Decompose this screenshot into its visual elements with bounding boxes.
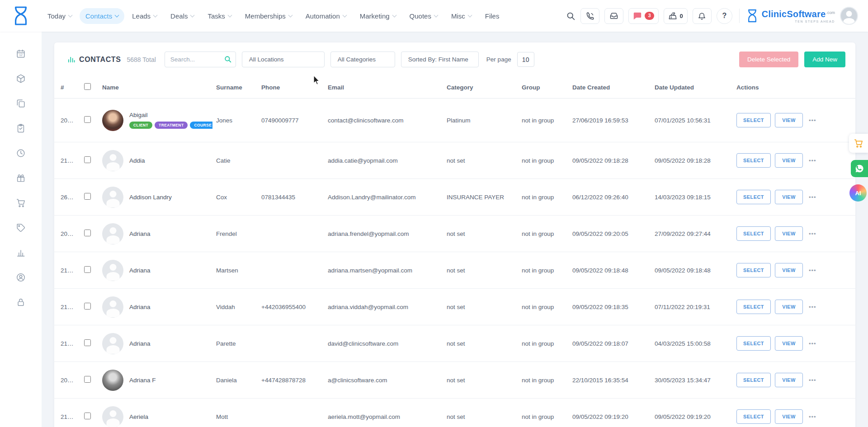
delete-selected-button[interactable]: Delete Selected: [739, 52, 798, 67]
phone-button[interactable]: [580, 8, 599, 24]
contacts-table: # Name Surname Phone Email Category Grou…: [54, 76, 855, 427]
row-checkbox[interactable]: [84, 116, 91, 123]
table-row: 20063 Adriana F Daniela +447428878728 a@…: [54, 362, 855, 399]
view-button[interactable]: VIEW: [775, 300, 803, 314]
lock-icon[interactable]: [16, 297, 26, 307]
contact-email: aeriela.mott@yopmail.com: [324, 399, 443, 427]
view-button[interactable]: VIEW: [775, 113, 803, 127]
row-checkbox[interactable]: [84, 376, 91, 383]
nav-item-misc[interactable]: Misc: [445, 8, 477, 24]
select-button[interactable]: SELECT: [736, 113, 771, 127]
view-button[interactable]: VIEW: [775, 226, 803, 241]
gift-icon[interactable]: [16, 173, 26, 183]
select-button[interactable]: SELECT: [736, 336, 771, 351]
row-checkbox[interactable]: [84, 156, 91, 163]
inbox-button[interactable]: [604, 8, 623, 24]
contact-phone: [258, 399, 324, 427]
nav-item-marketing[interactable]: Marketing: [354, 8, 402, 24]
copy-icon[interactable]: [16, 99, 26, 108]
contacts-title-icon: [68, 56, 75, 63]
row-checkbox[interactable]: [84, 266, 91, 273]
select-button[interactable]: SELECT: [736, 300, 771, 314]
row-more-button[interactable]: •••: [807, 115, 818, 126]
row-more-button[interactable]: •••: [807, 229, 818, 239]
nav-item-tasks[interactable]: Tasks: [202, 8, 237, 24]
select-all-checkbox[interactable]: [84, 83, 91, 90]
row-more-button[interactable]: •••: [807, 265, 818, 276]
contact-group: not in group: [518, 216, 569, 252]
nav-item-deals[interactable]: Deals: [165, 8, 200, 24]
nav-item-quotes[interactable]: Quotes: [404, 8, 443, 24]
nav-item-files[interactable]: Files: [479, 8, 505, 24]
reports-chart-icon[interactable]: [16, 248, 26, 258]
select-button[interactable]: SELECT: [736, 226, 771, 241]
select-button[interactable]: SELECT: [736, 190, 771, 204]
floating-ai-button[interactable]: AI: [849, 184, 867, 202]
add-new-button[interactable]: Add New: [804, 52, 845, 67]
row-more-button[interactable]: •••: [807, 192, 818, 202]
row-checkbox[interactable]: [84, 413, 91, 419]
support-person-icon[interactable]: [16, 272, 26, 282]
contact-surname: Frendel: [212, 216, 258, 252]
view-button[interactable]: VIEW: [775, 153, 803, 168]
contact-email: adriana.viddah@yopmail.com: [324, 289, 443, 325]
contact-actions-cell: SELECT VIEW •••: [733, 289, 855, 325]
row-checkbox[interactable]: [84, 339, 91, 346]
select-button[interactable]: SELECT: [736, 263, 771, 277]
till-button[interactable]: 0: [664, 8, 688, 24]
contact-group: not in group: [518, 399, 569, 427]
history-clock-icon[interactable]: [16, 148, 26, 158]
contact-checkbox-cell: [80, 399, 99, 427]
nav-item-memberships[interactable]: Memberships: [239, 8, 298, 24]
view-button[interactable]: VIEW: [775, 409, 803, 424]
contact-phone: [258, 216, 324, 252]
notifications-button[interactable]: [693, 8, 712, 24]
view-button[interactable]: VIEW: [775, 336, 803, 351]
row-more-button[interactable]: •••: [807, 412, 818, 422]
app-logo[interactable]: [0, 5, 42, 26]
select-button[interactable]: SELECT: [736, 409, 771, 424]
nav-item-contacts[interactable]: Contacts: [80, 8, 124, 24]
help-button[interactable]: ?: [717, 8, 732, 24]
floating-cart-button[interactable]: [849, 134, 868, 153]
row-checkbox[interactable]: [84, 303, 91, 310]
row-checkbox[interactable]: [84, 230, 91, 236]
search-icon[interactable]: [566, 11, 576, 21]
nav-item-label: Files: [485, 12, 500, 20]
nav-item-leads[interactable]: Leads: [126, 8, 163, 24]
floating-whatsapp-button[interactable]: [851, 160, 868, 177]
avatar: [102, 260, 123, 281]
clipboard-icon[interactable]: [16, 123, 26, 133]
view-button[interactable]: VIEW: [775, 263, 803, 277]
chat-button[interactable]: 3: [628, 8, 658, 24]
search-submit-icon[interactable]: [224, 55, 232, 65]
select-button[interactable]: SELECT: [736, 153, 771, 168]
nav-item-automation[interactable]: Automation: [300, 8, 352, 24]
per-page-select[interactable]: 10: [517, 52, 534, 67]
contact-date-created: 09/05/2022 09:20:05: [569, 216, 651, 252]
contact-id: 21748: [54, 325, 80, 362]
locations-filter[interactable]: All Locations: [242, 52, 325, 67]
row-more-button[interactable]: •••: [807, 155, 818, 166]
calendar-icon[interactable]: 12: [16, 49, 26, 59]
contact-date-updated: 09/05/2022 09:18:48: [651, 252, 733, 289]
contact-actions-cell: SELECT VIEW •••: [733, 399, 855, 427]
products-cube-icon[interactable]: [16, 74, 26, 84]
contact-tag: TREATMENT: [155, 122, 188, 129]
row-checkbox[interactable]: [84, 193, 91, 200]
user-avatar[interactable]: [840, 7, 858, 25]
cart-icon[interactable]: [16, 198, 26, 208]
view-button[interactable]: VIEW: [775, 373, 803, 387]
tag-icon[interactable]: [16, 223, 26, 233]
row-more-button[interactable]: •••: [807, 375, 818, 385]
brand-suffix: .com: [826, 10, 835, 15]
sort-filter[interactable]: Sorted By: First Name: [401, 52, 479, 67]
nav-item-today[interactable]: Today: [42, 8, 78, 24]
view-button[interactable]: VIEW: [775, 190, 803, 204]
categories-filter[interactable]: All Categories: [330, 52, 395, 67]
select-button[interactable]: SELECT: [736, 373, 771, 387]
nav-item-label: Tasks: [208, 12, 225, 20]
row-more-button[interactable]: •••: [807, 302, 818, 312]
row-more-button[interactable]: •••: [807, 338, 818, 349]
contact-name: Addison Landry: [129, 194, 172, 201]
